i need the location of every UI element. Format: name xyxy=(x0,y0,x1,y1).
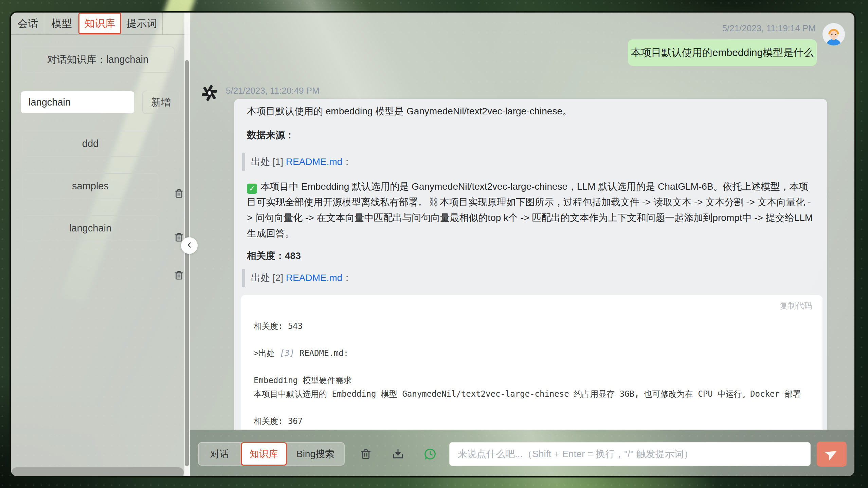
delete-kb-samples-button[interactable] xyxy=(173,187,185,200)
source-1-suffix: ： xyxy=(342,156,352,167)
assistant-answer-paragraph: ✓本项目中 Embedding 默认选用的是 GanymedeNil/text2… xyxy=(247,179,815,241)
tab-prompts[interactable]: 提示词 xyxy=(121,13,163,34)
code-line-blank xyxy=(254,333,812,346)
tab-model[interactable]: 模型 xyxy=(45,13,78,34)
data-source-heading: 数据来源： xyxy=(247,129,294,142)
chain-emoji: ⛓ xyxy=(428,197,440,207)
code-line-3-pre: >出处 xyxy=(254,349,280,358)
clear-history-button[interactable] xyxy=(359,447,373,462)
readme-link-1[interactable]: README.md xyxy=(286,156,342,167)
app-window: 会话 模型 知识库 提示词 对话知识库：langchain 新增 ddd sam… xyxy=(10,11,856,477)
code-line-3-ref: [3] xyxy=(280,349,294,358)
openai-logo-icon xyxy=(200,84,219,102)
add-kb-button[interactable]: 新增 xyxy=(142,91,180,114)
download-icon xyxy=(392,457,404,462)
code-line: 相关度: 367 xyxy=(254,414,812,428)
assistant-intro-text: 本项目默认使用的 embedding 模型是 GanymedeNil/text2… xyxy=(247,105,572,118)
assistant-message-bubble: 本项目默认使用的 embedding 模型是 GanymedeNil/text2… xyxy=(234,99,827,430)
tab-knowledge-base[interactable]: 知识库 xyxy=(78,13,121,34)
tab-conversation[interactable]: 会话 xyxy=(11,13,45,34)
mode-dialogue[interactable]: 对话 xyxy=(199,443,241,465)
code-line: 本项目中默认选用的 Embedding 模型 GanymedeNil/text2… xyxy=(254,387,812,401)
code-line: >出处 [3] README.md: xyxy=(254,346,812,360)
code-line-3-post: README.md: xyxy=(294,349,348,358)
trash-icon xyxy=(173,277,185,282)
source-2-prefix: 出处 [2] xyxy=(251,273,286,283)
sidebar-horizontal-scrollbar-thumb[interactable] xyxy=(12,467,184,477)
mode-bing-search[interactable]: Bing搜索 xyxy=(287,443,344,465)
active-knowledge-base-label: 对话知识库：langchain xyxy=(21,46,175,73)
kb-name-input[interactable] xyxy=(21,91,134,113)
kb-list-item-ddd[interactable]: ddd xyxy=(22,131,158,157)
code-line: 相关度: 543 xyxy=(254,319,812,333)
code-content: 相关度: 543 >出处 [3] README.md: Embedding 模型… xyxy=(254,319,812,428)
source-quote-1: 出处 [1] README.md： xyxy=(242,153,352,171)
source-2-suffix: ： xyxy=(342,273,352,283)
code-line: Embedding 模型硬件需求 xyxy=(254,374,812,387)
code-line-blank xyxy=(254,360,812,374)
source-quote-2: 出处 [2] README.md： xyxy=(242,269,352,287)
assistant-message-timestamp: 5/21/2023, 11:20:49 PM xyxy=(226,86,320,96)
check-emoji: ✓ xyxy=(247,184,257,194)
kb-list-item-langchain[interactable]: langchain xyxy=(22,215,158,241)
relevance-score-1: 相关度：483 xyxy=(247,249,301,262)
code-block: 复制代码 相关度: 543 >出处 [3] README.md: Embeddi… xyxy=(241,295,822,430)
user-message-bubble: 本项目默认使用的embedding模型是什么 xyxy=(628,39,817,66)
history-button[interactable] xyxy=(423,447,437,462)
sidebar-tabbar: 会话 模型 知识库 提示词 xyxy=(11,13,190,35)
kb-list-item-samples[interactable]: samples xyxy=(22,173,158,199)
sidebar: 会话 模型 知识库 提示词 对话知识库：langchain 新增 ddd sam… xyxy=(11,13,190,476)
trash-icon xyxy=(173,195,185,201)
chat-mode-switch: 对话 知识库 Bing搜索 xyxy=(198,442,345,466)
send-plane-icon xyxy=(825,447,838,462)
code-line-blank xyxy=(254,401,812,414)
source-1-prefix: 出处 [1] xyxy=(251,156,286,167)
delete-kb-unnamed-button[interactable] xyxy=(173,269,185,281)
trash-icon xyxy=(359,457,372,462)
send-button[interactable] xyxy=(817,442,847,467)
readme-link-2[interactable]: README.md xyxy=(286,273,342,283)
bottom-toolbar: 对话 知识库 Bing搜索 xyxy=(190,430,856,477)
history-clock-icon xyxy=(423,457,437,462)
chat-message-area: 5/21/2023, 11:19:14 PM 本项目默认使用的embedding… xyxy=(190,13,856,430)
chevron-left-icon xyxy=(185,241,194,250)
user-message-timestamp: 5/21/2023, 11:19:14 PM xyxy=(722,23,816,34)
collapse-sidebar-button[interactable] xyxy=(181,237,198,254)
export-chat-button[interactable] xyxy=(391,447,405,462)
mode-knowledge-base[interactable]: 知识库 xyxy=(241,442,287,466)
copy-code-button[interactable]: 复制代码 xyxy=(780,300,812,311)
message-input[interactable] xyxy=(449,442,811,466)
user-avatar xyxy=(822,23,845,45)
sidebar-vertical-scrollbar-thumb[interactable] xyxy=(185,60,189,466)
